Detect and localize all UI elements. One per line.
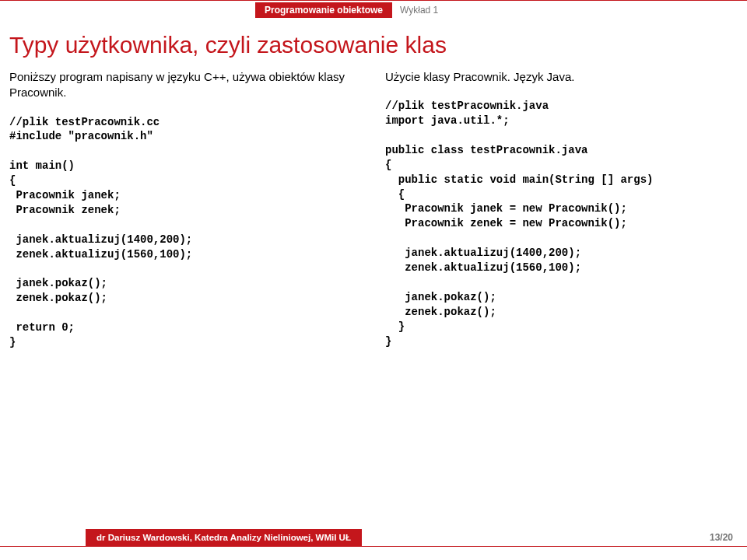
right-paragraph: Użycie klasy Pracownik. Język Java. [385,69,738,85]
header: Programowanie obiektowe Wykład 1 [0,1,747,18]
footer: dr Dariusz Wardowski, Katedra Analizy Ni… [0,529,747,546]
left-column: Poniższy program napisany w języku C++, … [9,69,362,560]
java-code-block: //plik testPracownik.java import java.ut… [385,99,738,348]
page-title: Typy użytkownika, czyli zastosowanie kla… [0,18,747,69]
footer-rule [0,546,747,547]
body-columns: Poniższy program napisany w języku C++, … [0,69,747,560]
footer-author: dr Dariusz Wardowski, Katedra Analizy Ni… [86,529,362,546]
cpp-code-block: //plik testPracownik.cc #include "pracow… [9,115,362,350]
header-red-tag: Programowanie obiektowe [255,2,392,18]
footer-page-number: 13/20 [710,529,733,546]
right-column: Użycie klasy Pracownik. Język Java. //pl… [385,69,738,560]
left-paragraph: Poniższy program napisany w języku C++, … [9,69,362,101]
header-lecture-label: Wykład 1 [392,2,446,18]
slide: Programowanie obiektowe Wykład 1 Typy uż… [0,0,747,560]
